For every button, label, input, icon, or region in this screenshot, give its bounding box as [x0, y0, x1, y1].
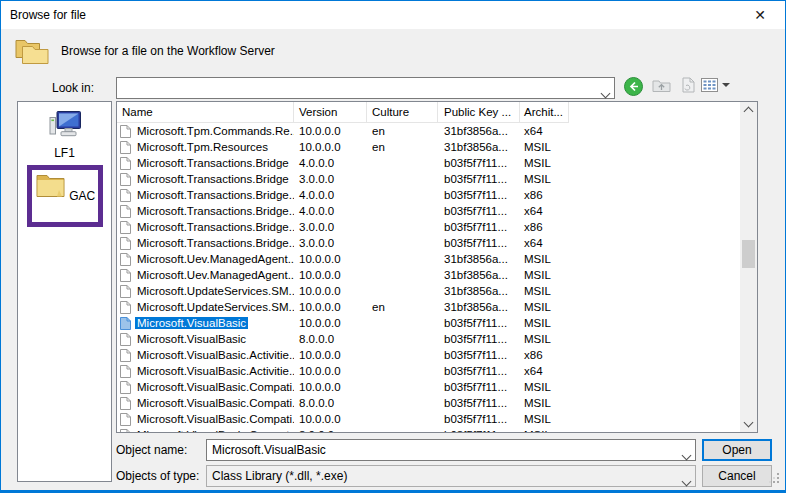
file-icon [120, 125, 131, 138]
look-in-combobox[interactable] [116, 77, 615, 99]
assembly-public-key: b03f5f7f11... [438, 413, 520, 425]
file-icon [120, 413, 131, 426]
file-icon [120, 189, 131, 202]
places-sidebar: LF1 GAC [17, 101, 112, 482]
objects-of-type-value: Class Library (*.dll, *.exe) [212, 466, 675, 486]
open-button[interactable]: Open [702, 439, 772, 461]
table-row[interactable]: Microsoft.VisualBasic.Activitie... 10.0.… [117, 347, 740, 363]
file-list-rows: Microsoft.Tpm.Commands.Re... 10.0.0.0 en… [117, 123, 740, 432]
assembly-version: 8.0.0.0 [294, 397, 367, 409]
file-icon [120, 333, 131, 346]
table-row[interactable]: Microsoft.UpdateServices.SM... 10.0.0.0 … [117, 299, 740, 315]
new-document-button[interactable] [676, 77, 700, 99]
assembly-architecture: MSIL [520, 381, 569, 393]
assembly-public-key: 31bf3856a... [438, 285, 520, 297]
chevron-down-icon [683, 448, 690, 462]
assembly-culture: en [367, 301, 438, 313]
assembly-culture: en [367, 125, 438, 137]
up-one-level-button[interactable] [649, 77, 673, 99]
back-button[interactable] [621, 77, 645, 99]
table-row[interactable]: Microsoft.VisualBasic 8.0.0.0 b03f5f7f11… [117, 331, 740, 347]
views-grid-icon [701, 78, 718, 92]
table-row[interactable]: Microsoft.VisualBasic.Compat... 8.0.0.0 … [117, 427, 740, 432]
assembly-name: Microsoft.VisualBasic.Compati... [135, 381, 294, 393]
assembly-architecture: x64 [520, 237, 569, 249]
vertical-scrollbar[interactable] [740, 102, 757, 432]
column-header-version[interactable]: Version [294, 102, 367, 123]
file-icon [120, 365, 131, 378]
table-row[interactable]: Microsoft.Tpm.Resources 10.0.0.0 en 31bf… [117, 139, 740, 155]
folder-icon [35, 172, 66, 200]
place-item-lf1[interactable]: LF1 [18, 110, 111, 160]
assembly-public-key: b03f5f7f11... [438, 173, 520, 185]
table-row[interactable]: Microsoft.VisualBasic 10.0.0.0 b03f5f7f1… [117, 315, 740, 331]
object-name-label: Object name: [116, 439, 187, 461]
file-icon [120, 285, 131, 298]
view-menu-button[interactable] [698, 77, 732, 99]
assembly-architecture: MSIL [520, 269, 569, 281]
table-row[interactable]: Microsoft.VisualBasic.Compati... 10.0.0.… [117, 379, 740, 395]
assembly-version: 8.0.0.0 [294, 429, 367, 432]
assembly-version: 3.0.0.0 [294, 221, 367, 233]
assembly-name: Microsoft.Transactions.Bridge [135, 157, 291, 169]
resize-grip[interactable] [769, 473, 780, 487]
file-icon [120, 173, 131, 186]
assembly-version: 3.0.0.0 [294, 237, 367, 249]
column-header-public-key[interactable]: Public Key ... [438, 102, 520, 123]
table-row[interactable]: Microsoft.UpdateServices.SM... 10.0.0.0 … [117, 283, 740, 299]
table-row[interactable]: Microsoft.Uev.ManagedAgent... 10.0.0.0 3… [117, 267, 740, 283]
assembly-culture: en [367, 141, 438, 153]
table-row[interactable]: Microsoft.Transactions.Bridge 4.0.0.0 b0… [117, 155, 740, 171]
column-header-architecture[interactable]: Archit... [520, 102, 569, 123]
assembly-version: 10.0.0.0 [294, 413, 367, 425]
assembly-version: 10.0.0.0 [294, 381, 367, 393]
objects-of-type-combobox[interactable]: Class Library (*.dll, *.exe) [206, 465, 696, 487]
table-row[interactable]: Microsoft.Transactions.Bridge... 3.0.0.0… [117, 219, 740, 235]
scroll-down-icon[interactable] [740, 415, 757, 432]
table-row[interactable]: Microsoft.Tpm.Commands.Re... 10.0.0.0 en… [117, 123, 740, 139]
assembly-architecture: MSIL [520, 429, 569, 432]
assembly-public-key: b03f5f7f11... [438, 381, 520, 393]
table-row[interactable]: Microsoft.Uev.ManagedAgent... 10.0.0.0 3… [117, 251, 740, 267]
place-item-gac[interactable]: GAC [32, 172, 98, 203]
column-header-culture[interactable]: Culture [367, 102, 438, 123]
table-row[interactable]: Microsoft.Transactions.Bridge... 4.0.0.0… [117, 203, 740, 219]
assembly-name: Microsoft.Uev.ManagedAgent... [135, 253, 294, 265]
object-name-combobox[interactable]: Microsoft.VisualBasic [206, 439, 696, 461]
assembly-architecture: MSIL [520, 157, 569, 169]
dialog-instruction: Browse for a file on the Workflow Server [61, 37, 275, 65]
assembly-public-key: 31bf3856a... [438, 301, 520, 313]
assembly-public-key: b03f5f7f11... [438, 317, 520, 329]
assembly-public-key: b03f5f7f11... [438, 205, 520, 217]
assembly-version: 10.0.0.0 [294, 365, 367, 377]
file-icon [120, 205, 131, 218]
table-row[interactable]: Microsoft.Transactions.Bridge 3.0.0.0 b0… [117, 171, 740, 187]
file-icon [120, 141, 131, 154]
document-icon [682, 77, 695, 93]
table-row[interactable]: Microsoft.Transactions.Bridge... 4.0.0.0… [117, 187, 740, 203]
assembly-name: Microsoft.Transactions.Bridge... [135, 237, 294, 249]
assembly-architecture: x86 [520, 221, 569, 233]
table-row[interactable]: Microsoft.Transactions.Bridge... 3.0.0.0… [117, 235, 740, 251]
file-icon [120, 157, 131, 170]
assembly-public-key: b03f5f7f11... [438, 189, 520, 201]
assembly-architecture: MSIL [520, 317, 569, 329]
column-header-name[interactable]: Name [117, 102, 294, 123]
assembly-name: Microsoft.VisualBasic [135, 317, 248, 329]
close-icon[interactable]: ✕ [743, 1, 777, 29]
scroll-up-icon[interactable] [740, 102, 757, 119]
assembly-version: 10.0.0.0 [294, 301, 367, 313]
cancel-button[interactable]: Cancel [702, 465, 772, 487]
scrollbar-thumb[interactable] [742, 240, 755, 268]
browse-for-file-dialog: Browse for file ✕ Browse for a file on t… [0, 0, 786, 493]
table-row[interactable]: Microsoft.VisualBasic.Activitie... 10.0.… [117, 363, 740, 379]
assembly-version: 10.0.0.0 [294, 285, 367, 297]
table-row[interactable]: Microsoft.VisualBasic.Compati... 10.0.0.… [117, 411, 740, 427]
assembly-name: Microsoft.Transactions.Bridge... [135, 205, 294, 217]
table-row[interactable]: Microsoft.VisualBasic.Compati... 8.0.0.0… [117, 395, 740, 411]
file-icon [120, 221, 131, 234]
assembly-architecture: MSIL [520, 141, 569, 153]
assembly-version: 10.0.0.0 [294, 253, 367, 265]
assembly-architecture: MSIL [520, 413, 569, 425]
assembly-version: 10.0.0.0 [294, 141, 367, 153]
